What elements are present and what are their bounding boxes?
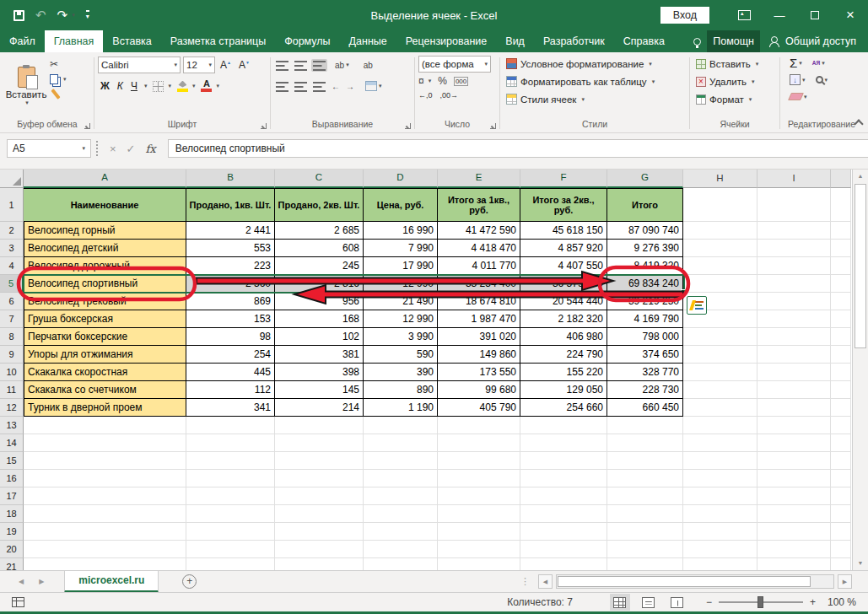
find-select-button[interactable]: ▾ (814, 75, 830, 84)
row-header-5[interactable]: 5 (0, 275, 24, 293)
cell-empty[interactable] (520, 558, 607, 570)
cell-empty[interactable] (607, 505, 683, 523)
row-header-10[interactable]: 10 (0, 364, 24, 381)
column-header-D[interactable]: D (364, 170, 438, 188)
cell-value[interactable]: 41 472 590 (438, 222, 520, 240)
insert-function-icon[interactable]: fx (146, 143, 156, 155)
row-header-4[interactable]: 4 (0, 257, 24, 275)
cell-value[interactable]: 390 (364, 364, 438, 381)
column-header-H[interactable]: H (683, 170, 757, 188)
cell-empty[interactable] (683, 541, 757, 558)
add-sheet-button[interactable]: + (182, 574, 197, 589)
underline-dropdown-icon[interactable]: ▾ (144, 83, 148, 89)
column-header-G[interactable]: G (607, 170, 683, 188)
cell-empty[interactable] (607, 470, 683, 487)
cell-empty[interactable] (683, 505, 757, 523)
cell-empty[interactable] (683, 434, 757, 452)
zoom-level[interactable]: 100 % (828, 596, 856, 608)
row-header-13[interactable]: 13 (0, 417, 24, 434)
column-header-A[interactable]: A (24, 170, 186, 188)
cell-value[interactable]: 2 816 (275, 275, 364, 293)
cell-empty[interactable] (757, 558, 831, 570)
cell-value[interactable]: 869 (186, 293, 275, 310)
cell-value[interactable]: 224 790 (520, 346, 607, 364)
table-header-cell[interactable]: Итого (607, 188, 683, 222)
cell-value[interactable]: 381 (275, 346, 364, 364)
cell-empty[interactable] (24, 434, 186, 452)
cell-empty[interactable] (757, 257, 831, 275)
font-color-dropdown-icon[interactable]: ▾ (216, 83, 219, 89)
autosum-button[interactable]: Σ▾ (788, 55, 804, 71)
cancel-icon[interactable]: × (110, 143, 116, 155)
cell-empty[interactable] (438, 417, 520, 434)
cell-value[interactable]: 69 834 240 (607, 275, 683, 293)
cell-empty[interactable] (683, 275, 757, 293)
cell-empty[interactable] (683, 558, 757, 570)
cell-empty[interactable] (520, 434, 607, 452)
cell-value[interactable]: 98 (186, 328, 275, 346)
cell-empty[interactable] (683, 417, 757, 434)
sort-filter-button[interactable]: АЯ▾ (811, 59, 827, 67)
cell-value[interactable]: 145 (275, 381, 364, 399)
share-button[interactable]: Общий доступ (760, 30, 868, 52)
underline-button[interactable]: Ч (128, 80, 140, 92)
cell-value[interactable]: 228 730 (607, 381, 683, 399)
row-header-9[interactable]: 9 (0, 346, 24, 364)
cell-empty[interactable] (364, 452, 438, 470)
cell-empty[interactable] (520, 541, 607, 558)
cell-empty[interactable] (757, 399, 831, 417)
cell-empty[interactable] (683, 364, 757, 381)
cell-empty[interactable] (757, 275, 831, 293)
cell-value[interactable]: 956 (275, 293, 364, 310)
cell-value[interactable]: 99 680 (438, 381, 520, 399)
cell-empty[interactable] (364, 487, 438, 505)
row-header-17[interactable]: 17 (0, 487, 24, 505)
cell-empty[interactable] (438, 523, 520, 541)
fill-color-dropdown-icon[interactable]: ▾ (192, 83, 196, 89)
cell-value[interactable]: 608 (275, 240, 364, 257)
cell-empty[interactable] (757, 293, 831, 310)
row-header-20[interactable]: 20 (0, 541, 24, 558)
cell-value[interactable]: 7 990 (364, 240, 438, 257)
zoom-in-icon[interactable]: + (810, 596, 816, 608)
cell-value[interactable]: 129 050 (520, 381, 607, 399)
cell-empty[interactable] (520, 417, 607, 434)
redo-dropdown-icon[interactable]: ▾ (72, 12, 75, 19)
cell-empty[interactable] (186, 523, 275, 541)
cell-empty[interactable] (683, 222, 757, 240)
wrap-text-button[interactable]: ab (362, 60, 375, 71)
row-header-11[interactable]: 11 (0, 381, 24, 399)
row-header-7[interactable]: 7 (0, 310, 24, 328)
thousands-button[interactable]: 000 (454, 77, 468, 86)
cell-value[interactable]: 87 090 740 (607, 222, 683, 240)
cell-name-10[interactable]: Скакалка скоростная (24, 364, 186, 381)
close-button[interactable]: × (833, 0, 868, 30)
dialog-launcher-icon[interactable] (490, 123, 496, 129)
italic-button[interactable]: К (115, 80, 126, 92)
cell-empty[interactable] (757, 346, 831, 364)
cell-empty[interactable] (364, 505, 438, 523)
shrink-font-button[interactable]: А (236, 59, 252, 71)
tab-home[interactable]: Главная (45, 30, 104, 52)
cell-value[interactable]: 890 (364, 381, 438, 399)
cell-empty[interactable] (520, 523, 607, 541)
cell-empty[interactable] (438, 470, 520, 487)
normal-view-button[interactable] (610, 594, 630, 611)
orientation-button[interactable]: ab▾ (333, 60, 351, 71)
cell-value[interactable]: 18 674 810 (438, 293, 520, 310)
cell-empty[interactable] (757, 434, 831, 452)
merge-center-button[interactable]: ▾ (364, 80, 384, 92)
cell-value[interactable]: 155 220 (520, 364, 607, 381)
cell-empty[interactable] (275, 523, 364, 541)
cell-value[interactable]: 374 650 (607, 346, 683, 364)
decrease-indent-button[interactable]: ← (330, 81, 342, 92)
cell-empty[interactable] (683, 523, 757, 541)
format-cells-button[interactable]: Формат ▾ (696, 91, 776, 107)
cell-value[interactable]: 590 (364, 346, 438, 364)
cell-empty[interactable] (438, 487, 520, 505)
cell-value[interactable]: 153 (186, 310, 275, 328)
cell-empty[interactable] (364, 470, 438, 487)
sheet-tab-active[interactable]: microexcel.ru (64, 571, 159, 593)
sign-in-button[interactable]: Вход (660, 7, 709, 24)
cell-empty[interactable] (683, 381, 757, 399)
